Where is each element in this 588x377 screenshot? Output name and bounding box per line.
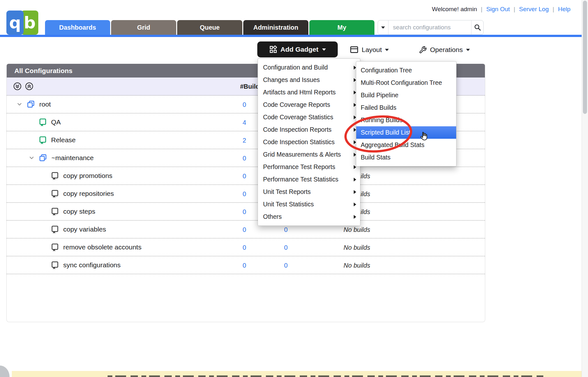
gadget-menu-item[interactable]: Others — [258, 211, 360, 223]
configuration-name[interactable]: copy repositories — [63, 190, 114, 197]
gadget-menu-item[interactable]: Unit Test Statistics — [258, 198, 360, 211]
composite-configuration-icon — [27, 100, 35, 108]
gadget-menu-item[interactable]: Changes and Issues — [258, 74, 360, 86]
configuration-name[interactable]: copy steps — [63, 208, 95, 215]
gadget-menu-item-label: Performance Test Statistics — [263, 176, 338, 183]
page-corner-decoration — [0, 366, 10, 377]
gadget-menu-item[interactable]: Code Coverage Statistics — [258, 111, 360, 123]
gadget-menu-item[interactable]: Code Inspection Statistics — [258, 136, 360, 148]
search-box — [378, 20, 484, 35]
configuration-name[interactable]: ~maintenance — [51, 154, 94, 162]
configuration-name[interactable]: copy variables — [63, 225, 106, 233]
header-link[interactable]: Server Log — [519, 6, 549, 13]
header-link[interactable]: Sign Out — [486, 6, 510, 13]
tab-label: Grid — [137, 24, 150, 31]
scrollbar-thumb[interactable] — [583, 1, 587, 114]
gadget-submenu-item[interactable]: Scripted Build List — [356, 126, 456, 139]
chevron-down-icon — [381, 26, 385, 29]
panel-title: All Configurations — [14, 67, 72, 75]
main-tab[interactable]: Administration — [243, 20, 308, 35]
gadget-grid-icon — [269, 46, 277, 53]
header-link-wrap: | Server Log — [513, 6, 549, 13]
gadget-submenu-item[interactable]: Failed Builds — [356, 101, 456, 114]
configuration-book-icon-dark — [51, 225, 59, 234]
gadget-menu-item[interactable]: Grid Measurements & Alerts — [258, 148, 360, 161]
configuration-name[interactable]: sync configurations — [63, 261, 121, 269]
gadget-submenu-item[interactable]: Running Builds — [356, 114, 456, 126]
search-input[interactable] — [388, 20, 471, 34]
configuration-name[interactable]: Release — [51, 136, 76, 144]
search-button[interactable] — [471, 20, 483, 34]
gadget-submenu-item-label: Running Builds — [361, 116, 403, 124]
secondary-count[interactable]: 0 — [253, 239, 288, 256]
configuration-name[interactable]: QA — [51, 118, 61, 126]
quickbuild-logo[interactable]: q b — [6, 11, 38, 35]
chevron-down-icon — [322, 48, 326, 51]
welcome-bar: Welcome! admin | Sign Out | Server Log |… — [432, 6, 570, 13]
chevron-down-icon — [29, 155, 34, 161]
tab-label: Administration — [253, 24, 298, 31]
gadget-menu-item[interactable]: Unit Test Reports — [258, 186, 360, 198]
layout-button[interactable]: Layout — [350, 44, 389, 55]
chevron-down-icon — [466, 49, 470, 51]
add-gadget-button[interactable]: Add Gadget — [257, 41, 338, 57]
submenu-arrow-icon — [354, 203, 356, 206]
gadget-submenu-item[interactable]: Build Stats — [356, 151, 456, 164]
configuration-row: copy promotions 0 No builds — [7, 167, 485, 185]
secondary-count[interactable]: 0 — [253, 256, 288, 274]
gadget-menu-item-label: Code Inspection Reports — [263, 126, 332, 133]
gadget-menu-item[interactable]: Code Coverage Reports — [258, 99, 360, 111]
configuration-name[interactable]: remove obsolete accounts — [63, 243, 141, 251]
gadget-menu-item[interactable]: Performance Test Statistics — [258, 173, 360, 186]
gadget-menu-item[interactable]: Code Inspection Reports — [258, 123, 360, 136]
main-tab[interactable]: Dashboards — [45, 20, 110, 35]
builds-count[interactable]: 0 — [211, 96, 246, 114]
tree-expander[interactable] — [16, 101, 23, 107]
builds-count[interactable]: 4 — [211, 114, 246, 131]
gadget-submenu-item-label: Configuration Tree — [361, 67, 412, 74]
gadget-submenu-item-label: Scripted Build List — [361, 129, 411, 136]
notice-bar — [12, 371, 588, 377]
gadget-menu-item-label: Code Coverage Reports — [263, 101, 330, 108]
link-separator: | — [552, 6, 555, 13]
gadget-submenu-item[interactable]: Configuration Tree — [356, 64, 456, 77]
gadget-submenu-item[interactable]: Multi-Root Configuration Tree — [356, 77, 456, 89]
header-link[interactable]: Help — [558, 6, 570, 13]
submenu-arrow-icon — [354, 190, 356, 194]
gadget-submenu-item[interactable]: Aggregated Build Stats — [356, 139, 456, 151]
builds-count[interactable]: 0 — [211, 203, 246, 221]
gadget-menu-item-label: Unit Test Reports — [263, 188, 311, 196]
gadget-submenu-item[interactable]: Build Pipeline — [356, 89, 456, 101]
tree-expander[interactable] — [28, 155, 35, 161]
configuration-name[interactable]: copy promotions — [63, 172, 112, 180]
operations-button[interactable]: Operations — [419, 44, 470, 55]
main-tab[interactable]: My — [309, 20, 374, 35]
chevron-down-icon — [17, 101, 22, 107]
search-scope-dropdown[interactable] — [378, 20, 388, 34]
builds-count[interactable]: 0 — [211, 149, 246, 167]
search-icon — [474, 24, 481, 31]
gadget-menu-item[interactable]: Performance Test Reports — [258, 161, 360, 173]
builds-count[interactable]: 0 — [211, 221, 246, 239]
gadget-submenu-item-label: Build Stats — [361, 154, 390, 161]
configuration-row: remove obsolete accounts 0 0 No builds — [7, 239, 485, 256]
add-gadget-menu: Configuration and Build Changes and Issu… — [258, 58, 360, 226]
builds-count[interactable]: 0 — [211, 167, 246, 185]
builds-count[interactable]: 2 — [211, 131, 246, 149]
welcome-text: Welcome! admin — [432, 6, 477, 13]
gadget-menu-item[interactable]: Artifacts and Html Reports — [258, 86, 360, 99]
builds-count[interactable]: 0 — [211, 185, 246, 203]
gadget-menu-item[interactable]: Configuration and Build — [258, 61, 360, 74]
main-tab[interactable]: Queue — [177, 20, 242, 35]
configuration-name[interactable]: root — [39, 100, 51, 108]
builds-count[interactable]: 0 — [211, 256, 246, 274]
tab-label: Queue — [200, 24, 220, 31]
builds-count[interactable]: 0 — [211, 239, 246, 256]
latest-build-status: No builds — [331, 239, 382, 256]
gadget-submenu-item-label: Multi-Root Configuration Tree — [361, 79, 442, 86]
layout-label: Layout — [362, 46, 382, 54]
builds-column-header[interactable]: #Build — [7, 78, 260, 96]
gadget-submenu-item-label: Build Pipeline — [361, 92, 398, 99]
main-tab[interactable]: Grid — [111, 20, 176, 35]
main-tabs: Dashboards Grid Queue Administration My — [45, 20, 374, 35]
